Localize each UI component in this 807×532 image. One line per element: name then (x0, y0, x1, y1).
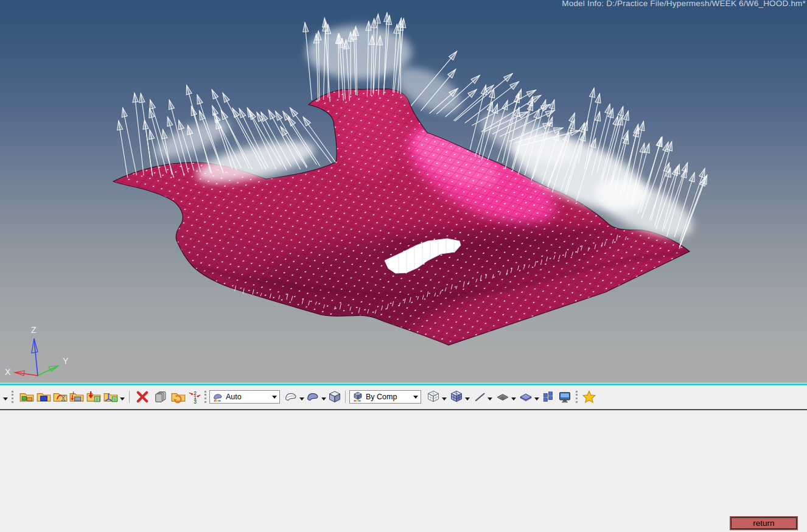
2d-detailed-icon[interactable] (519, 390, 533, 404)
card-editor-icon[interactable] (153, 390, 168, 404)
load-results-icon[interactable] (171, 390, 186, 404)
svg-text:3: 3 (194, 399, 197, 404)
recent-files-icon[interactable] (53, 390, 68, 404)
wireframe-elements-icon[interactable] (426, 390, 441, 404)
screen-layout-icon[interactable] (557, 390, 572, 404)
element-edges-icon[interactable] (473, 390, 487, 404)
wireframe-elements-arrow-icon[interactable] (442, 397, 447, 401)
3d-viewport[interactable]: X Y Z Model Info: D:/Practice File/Hyper… (0, 0, 807, 383)
toolbar-separator (129, 391, 130, 403)
return-button-label: return (753, 519, 774, 528)
fe-output-icon[interactable] (103, 390, 118, 404)
wireframe-options-arrow-icon[interactable] (299, 397, 304, 401)
multi-pages-icon[interactable] (542, 390, 555, 403)
shaded-geometry-icon (212, 391, 223, 402)
shaded-elements-icon[interactable] (449, 390, 464, 404)
2d-detailed-arrow-icon[interactable] (534, 397, 539, 401)
shaded-options-arrow-icon[interactable] (321, 397, 326, 401)
toolbar-gripper[interactable] (576, 391, 579, 403)
2d-traditional-arrow-icon[interactable] (511, 397, 516, 401)
axis-z-label: Z (31, 325, 37, 335)
model-info-title: Model Info: D:/Practice File/Hypermesh/W… (562, 0, 806, 8)
color-by-comp-icon (352, 391, 363, 402)
chevron-down-icon (272, 396, 277, 399)
svg-text:t: t (72, 390, 74, 396)
hood-mesh-scene: X Y Z (0, 0, 807, 383)
shaded-elements-arrow-icon[interactable] (465, 397, 470, 401)
renumber-icon[interactable]: 2 1 3 (187, 390, 202, 404)
wireframe-geometry-icon[interactable] (284, 390, 298, 404)
axis-triad: X Y Z (5, 325, 69, 377)
2d-traditional-icon[interactable] (495, 390, 510, 404)
color-mode-value: By Comp (366, 393, 397, 401)
open-model-icon[interactable] (19, 390, 34, 404)
edges-options-arrow-icon[interactable] (487, 397, 492, 401)
axis-y-label: Y (63, 356, 69, 366)
axis-x-label: X (5, 367, 11, 377)
return-button[interactable]: return (730, 516, 798, 530)
chevron-down-icon (413, 396, 418, 399)
toolbar-gripper[interactable] (12, 391, 15, 403)
export-options-arrow-icon[interactable] (120, 397, 125, 401)
favorites-star-icon[interactable] (582, 390, 596, 404)
import-solver-deck-icon[interactable]: t (69, 390, 84, 404)
shade-mode-value: Auto (226, 393, 242, 401)
visualization-cube-icon[interactable] (327, 390, 342, 404)
main-toolbar: t 2 1 (0, 385, 807, 410)
shade-mode-combo[interactable]: Auto (209, 390, 280, 404)
toolbar-gripper[interactable] (204, 391, 208, 403)
toolbar-overflow-arrow-icon[interactable] (3, 397, 8, 401)
normals-panel: elements surfs displayed 2D elems orient… (0, 410, 807, 532)
color-mode-combo[interactable]: By Comp (349, 390, 421, 404)
export-solver-deck-icon[interactable] (86, 390, 101, 404)
toolbar-separator (345, 391, 346, 403)
delete-icon[interactable] (135, 390, 150, 404)
save-model-icon[interactable] (37, 390, 51, 404)
hypermesh-window: X Y Z Model Info: D:/Practice File/Hyper… (0, 0, 807, 532)
shaded-geometry-mode-icon[interactable] (306, 390, 320, 404)
